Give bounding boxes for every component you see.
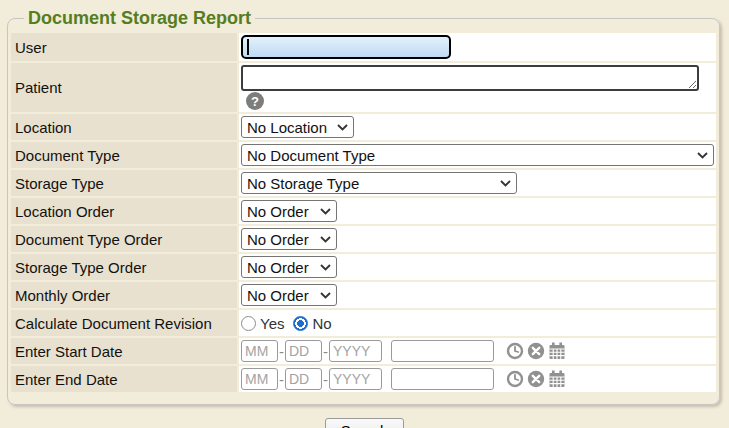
field-label-location-order: Location Order: [15, 203, 114, 220]
radio-yes-label: Yes: [260, 315, 284, 332]
field-label-document-type: Document Type: [15, 147, 120, 164]
chevron-down-icon: [337, 124, 348, 131]
calendar-icon[interactable]: [548, 370, 566, 388]
calendar-icon[interactable]: [548, 342, 566, 360]
field-label-user: User: [15, 39, 47, 56]
location-select-value: No Location: [247, 119, 327, 136]
end-date-year-input[interactable]: [329, 368, 382, 390]
location-order-select[interactable]: No Order: [241, 200, 337, 222]
field-label-location: Location: [15, 119, 72, 136]
document-type-select[interactable]: No Document Type: [241, 144, 714, 166]
field-label-monthly-order: Monthly Order: [15, 287, 110, 304]
patient-input[interactable]: [241, 65, 699, 91]
radio-no[interactable]: [293, 316, 308, 331]
table-row: Patient ?: [11, 63, 716, 112]
location-order-select-value: No Order: [247, 203, 309, 220]
monthly-order-select-value: No Order: [247, 287, 309, 304]
help-icon[interactable]: ?: [246, 92, 264, 110]
field-label-calculate-document-revision: Calculate Document Revision: [15, 315, 212, 332]
storage-type-select[interactable]: No Storage Type: [241, 172, 517, 194]
chevron-down-icon: [320, 264, 331, 271]
storage-type-order-select[interactable]: No Order: [241, 256, 337, 278]
chevron-down-icon: [697, 152, 708, 159]
search-button[interactable]: Search: [325, 418, 405, 428]
date-separator: -: [323, 343, 328, 360]
storage-type-select-value: No Storage Type: [247, 175, 359, 192]
start-date-year-input[interactable]: [329, 340, 382, 362]
start-date-day-input[interactable]: [285, 340, 322, 362]
chevron-down-icon: [320, 236, 331, 243]
report-fieldset: Document Storage Report User Patient ? L…: [7, 8, 720, 405]
table-row: Location Order No Order: [11, 198, 716, 224]
field-label-patient: Patient: [15, 79, 62, 96]
table-row: Document Type Order No Order: [11, 226, 716, 252]
storage-type-order-select-value: No Order: [247, 259, 309, 276]
date-separator: -: [279, 371, 284, 388]
document-type-select-value: No Document Type: [247, 147, 375, 164]
field-label-start-date: Enter Start Date: [15, 343, 123, 360]
table-row: Document Type No Document Type: [11, 142, 716, 168]
clear-icon[interactable]: [527, 370, 545, 388]
radio-no-label: No: [312, 315, 331, 332]
field-label-end-date: Enter End Date: [15, 371, 118, 388]
chevron-down-icon: [320, 208, 331, 215]
table-row: Monthly Order No Order: [11, 282, 716, 308]
user-input[interactable]: [241, 35, 451, 59]
start-date-extra-input[interactable]: [391, 340, 494, 362]
page-title: Document Storage Report: [24, 8, 255, 29]
table-row: Storage Type Order No Order: [11, 254, 716, 280]
table-row: Location No Location: [11, 114, 716, 140]
field-label-storage-type: Storage Type: [15, 175, 104, 192]
document-type-order-select-value: No Order: [247, 231, 309, 248]
field-label-storage-type-order: Storage Type Order: [15, 259, 146, 276]
end-date-day-input[interactable]: [285, 368, 322, 390]
date-separator: -: [323, 371, 328, 388]
report-form-table: User Patient ? Location No Location: [9, 31, 718, 394]
chevron-down-icon: [320, 292, 331, 299]
clear-icon[interactable]: [527, 342, 545, 360]
table-row: User: [11, 33, 716, 61]
table-row: Calculate Document Revision YesNo: [11, 310, 716, 336]
location-select[interactable]: No Location: [241, 116, 354, 138]
table-row: Storage Type No Storage Type: [11, 170, 716, 196]
clock-icon[interactable]: [506, 342, 524, 360]
table-row: Enter Start Date --: [11, 338, 716, 364]
monthly-order-select[interactable]: No Order: [241, 284, 337, 306]
chevron-down-icon: [500, 180, 511, 187]
radio-yes[interactable]: [241, 316, 256, 331]
end-date-month-input[interactable]: [241, 368, 278, 390]
field-label-document-type-order: Document Type Order: [15, 231, 162, 248]
date-separator: -: [279, 343, 284, 360]
start-date-month-input[interactable]: [241, 340, 278, 362]
text-caret: [247, 39, 249, 55]
document-type-order-select[interactable]: No Order: [241, 228, 337, 250]
end-date-extra-input[interactable]: [391, 368, 494, 390]
clock-icon[interactable]: [506, 370, 524, 388]
table-row: Enter End Date --: [11, 366, 716, 392]
